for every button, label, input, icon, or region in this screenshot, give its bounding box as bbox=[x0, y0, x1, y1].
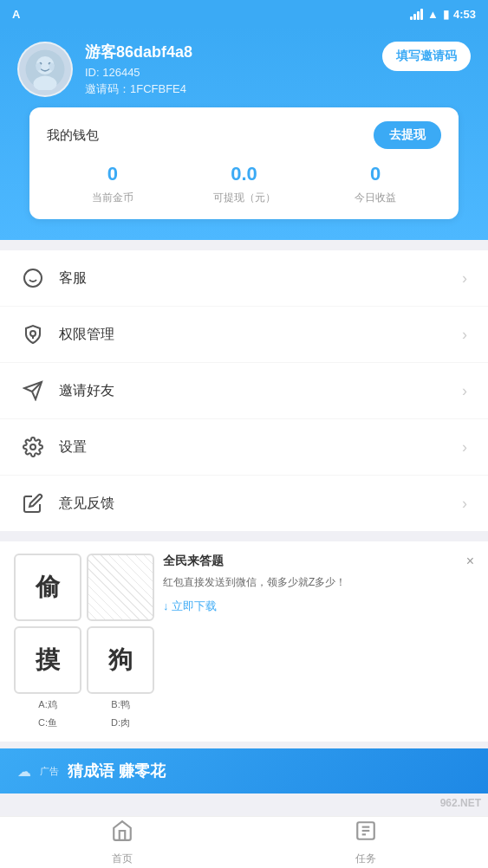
today-earning-stat: 0 今日收益 bbox=[309, 163, 441, 205]
bottom-banner[interactable]: ☁ 广告 猜成语 赚零花 bbox=[0, 748, 488, 794]
ad-title: 全民来答题 bbox=[163, 554, 224, 569]
game-tile-steal[interactable]: 偷 bbox=[14, 554, 81, 621]
chevron-right-icon: › bbox=[462, 269, 467, 288]
today-earning-value: 0 bbox=[309, 163, 441, 185]
svg-point-14 bbox=[30, 444, 36, 450]
chevron-right-icon-3: › bbox=[462, 382, 467, 400]
ad-close-button[interactable]: × bbox=[466, 554, 474, 569]
withdrawable-value: 0.0 bbox=[179, 163, 310, 185]
game-tile-cross[interactable] bbox=[87, 554, 154, 621]
fill-invite-button[interactable]: 填写邀请码 bbox=[382, 42, 471, 71]
banner-text: 猜成语 赚零花 bbox=[68, 761, 166, 781]
menu-label-invite-friends: 邀请好友 bbox=[59, 382, 462, 400]
ad-header: 全民来答题 × bbox=[163, 554, 474, 569]
battery-icon: ▮ bbox=[443, 8, 449, 21]
tile-char-dog: 狗 bbox=[108, 644, 133, 677]
header: 游客86dabf4a8 ID: 126445 邀请码：1FCFBFE4 填写邀请… bbox=[0, 28, 488, 240]
withdraw-button[interactable]: 去提现 bbox=[374, 121, 441, 149]
nav-item-tasks[interactable]: 任务 bbox=[244, 817, 489, 868]
game-tile-dog[interactable]: 狗 bbox=[87, 626, 154, 694]
username: 游客86dabf4a8 bbox=[85, 42, 192, 62]
watermark: 962.NET bbox=[440, 797, 481, 809]
bottom-nav: 首页 任务 bbox=[0, 816, 488, 868]
gear-icon bbox=[21, 435, 45, 459]
menu-label-settings: 设置 bbox=[59, 438, 462, 457]
answer-labels: A:鸡 B:鸭 C:鱼 D:肉 bbox=[14, 698, 154, 729]
menu-item-invite-friends[interactable]: 邀请好友 › bbox=[0, 363, 488, 419]
profile-row: 游客86dabf4a8 ID: 126445 邀请码：1FCFBFE4 填写邀请… bbox=[17, 42, 471, 97]
time: 4:53 bbox=[453, 8, 476, 21]
chevron-right-icon-2: › bbox=[462, 326, 467, 344]
tasks-label: 任务 bbox=[355, 852, 376, 866]
ad-section: 偷 摸 狗 A:鸡 B:鸭 C:鱼 D:肉 全民来答题 × 红包直接发送到 bbox=[0, 541, 488, 742]
svg-point-6 bbox=[49, 63, 55, 71]
tasks-icon bbox=[355, 819, 377, 848]
menu-item-settings[interactable]: 设置 › bbox=[0, 419, 488, 476]
game-tiles-container: 偷 摸 狗 bbox=[14, 554, 154, 694]
game-tiles-group: 偷 摸 狗 A:鸡 B:鸭 C:鱼 D:肉 bbox=[14, 554, 154, 729]
app-label: A bbox=[12, 8, 20, 21]
coins-label: 当前金币 bbox=[47, 191, 179, 205]
answer-d: D:肉 bbox=[87, 716, 154, 729]
chevron-right-icon-5: › bbox=[462, 495, 467, 513]
answer-b: B:鸭 bbox=[87, 698, 154, 711]
ad-desc: 红包直接发送到微信，领多少就Z多少！ bbox=[163, 574, 474, 590]
coins-value: 0 bbox=[47, 163, 179, 185]
withdrawable-stat: 0.0 可提现（元） bbox=[179, 163, 310, 205]
nav-item-home[interactable]: 首页 bbox=[0, 817, 244, 868]
cloud-icon: ☁ bbox=[17, 763, 31, 780]
withdrawable-label: 可提现（元） bbox=[179, 191, 310, 205]
status-right: ▲ ▮ 4:53 bbox=[410, 8, 476, 21]
chevron-right-icon-4: › bbox=[462, 438, 467, 457]
status-bar: A ▲ ▮ 4:53 bbox=[0, 0, 488, 28]
profile-info: 游客86dabf4a8 ID: 126445 邀请码：1FCFBFE4 bbox=[85, 42, 192, 97]
game-tile-touch[interactable]: 摸 bbox=[14, 626, 81, 694]
smiley-icon bbox=[21, 266, 45, 290]
menu-label-customer-service: 客服 bbox=[59, 269, 462, 288]
wallet-card: 我的钱包 去提现 0 当前金币 0.0 可提现（元） 0 今日收益 bbox=[29, 107, 459, 219]
today-earning-label: 今日收益 bbox=[309, 191, 441, 205]
wallet-title: 我的钱包 bbox=[47, 127, 99, 144]
shield-icon bbox=[21, 322, 45, 347]
home-icon bbox=[111, 819, 133, 848]
ad-download-button[interactable]: ↓ 立即下载 bbox=[163, 599, 474, 614]
send-icon bbox=[21, 379, 45, 403]
menu-label-feedback: 意见反馈 bbox=[59, 495, 462, 513]
wallet-stats: 0 当前金币 0.0 可提现（元） 0 今日收益 bbox=[47, 163, 441, 205]
menu-label-permissions: 权限管理 bbox=[59, 326, 462, 344]
ad-label: 广告 bbox=[40, 765, 59, 778]
ad-content: 全民来答题 × 红包直接发送到微信，领多少就Z多少！ ↓ 立即下载 bbox=[163, 554, 474, 614]
edit-icon bbox=[21, 491, 45, 515]
invite-code: 邀请码：1FCFBFE4 bbox=[85, 81, 192, 97]
avatar bbox=[17, 42, 73, 97]
user-id: ID: 126445 bbox=[85, 66, 192, 79]
wifi-icon: ▲ bbox=[427, 8, 439, 21]
coins-stat: 0 当前金币 bbox=[47, 163, 179, 205]
menu-item-permissions[interactable]: 权限管理 › bbox=[0, 307, 488, 363]
menu-item-customer-service[interactable]: 客服 › bbox=[0, 250, 488, 307]
signal-icon bbox=[410, 9, 423, 20]
svg-point-10 bbox=[30, 331, 36, 336]
answer-c: C:鱼 bbox=[14, 716, 81, 729]
home-label: 首页 bbox=[112, 852, 133, 866]
menu-section: 客服 › 权限管理 › 邀请好友 › bbox=[0, 250, 488, 531]
profile-left: 游客86dabf4a8 ID: 126445 邀请码：1FCFBFE4 bbox=[17, 42, 192, 97]
svg-point-5 bbox=[36, 63, 42, 71]
svg-point-7 bbox=[24, 269, 42, 287]
tile-char-steal: 偷 bbox=[36, 571, 60, 604]
tile-char-touch: 摸 bbox=[36, 644, 60, 677]
wallet-header: 我的钱包 去提现 bbox=[47, 121, 441, 149]
answer-a: A:鸡 bbox=[14, 698, 81, 711]
menu-item-feedback[interactable]: 意见反馈 › bbox=[0, 476, 488, 531]
